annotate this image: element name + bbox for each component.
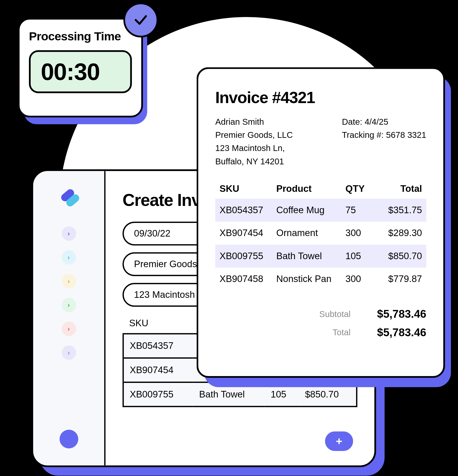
invoice-tracking: Tracking #: 5678 3321 (342, 129, 426, 142)
table-row: XB054357Coffee Mug75$351.75 (215, 199, 426, 222)
processing-time-value: 00:30 (41, 58, 120, 86)
processing-time-box: 00:30 (29, 50, 132, 93)
customer-address1: 123 Macintosh Ln, (215, 142, 293, 155)
sidebar-nav-item-0[interactable]: › (62, 226, 76, 241)
col-product: Product (272, 179, 341, 199)
cell-product: Bath Towel (272, 245, 341, 268)
cell-sku: XB009755 (123, 382, 193, 406)
col-sku: SKU (123, 314, 193, 334)
invoice-table: SKU Product QTY Total XB054357Coffee Mug… (215, 179, 426, 291)
customer-address2: Buffalo, NY 14201 (215, 155, 293, 168)
check-icon (133, 12, 149, 28)
processing-time-card: Processing Time 00:30 (18, 18, 143, 118)
cell-sku: XB907454 (215, 222, 272, 245)
col-qty: QTY (341, 179, 375, 199)
sidebar-nav-item-4[interactable]: › (62, 322, 76, 336)
subtotal-label: Subtotal (319, 309, 351, 319)
sidebar-nav-item-1[interactable]: › (62, 250, 76, 265)
sidebar-profile-dot[interactable] (59, 430, 78, 449)
chevron-right-icon: › (68, 277, 70, 285)
sidebar-nav-item-2[interactable]: › (62, 274, 76, 289)
cell-qty: 75 (341, 199, 375, 222)
chevron-right-icon: › (68, 349, 70, 357)
plus-icon: + (336, 435, 342, 448)
cell-qty: 105 (341, 245, 375, 268)
cell-qty: 300 (341, 268, 375, 291)
cell-product: Nonstick Pan (272, 268, 341, 291)
invoice-totals: Subtotal $5,783.46 Total $5,783.46 (215, 308, 426, 339)
total-value: $5,783.46 (362, 326, 426, 339)
cell-total: $779.87 (375, 268, 426, 291)
cell-total: $351.75 (375, 199, 426, 222)
cell-qty: 300 (341, 222, 375, 245)
chevron-right-icon: › (68, 301, 70, 309)
chevron-right-icon: › (68, 325, 70, 333)
cell-sku: XB907454 (123, 358, 193, 382)
cell-total: $289.30 (375, 222, 426, 245)
invoice-meta: Date: 4/4/25 Tracking #: 5678 3321 (342, 115, 426, 168)
app-logo-icon (59, 188, 78, 207)
cell-product: Coffee Mug (272, 199, 341, 222)
table-row: XB907454Ornament300$289.30 (215, 222, 426, 245)
customer-company: Premier Goods, LLC (215, 129, 293, 142)
invoice-title: Invoice #4321 (215, 88, 426, 107)
processing-title: Processing Time (29, 30, 132, 44)
chevron-right-icon: › (68, 254, 70, 261)
add-line-button[interactable]: + (325, 432, 353, 451)
cell-product: Ornament (272, 222, 341, 245)
cell-sku: XB054357 (215, 199, 272, 222)
chevron-right-icon: › (68, 230, 70, 238)
invoice-card: Invoice #4321 Adrian Smith Premier Goods… (197, 67, 445, 378)
sidebar: ›››››› (33, 171, 106, 466)
sidebar-nav-item-5[interactable]: › (62, 345, 76, 360)
total-label: Total (333, 328, 351, 337)
invoice-customer: Adrian Smith Premier Goods, LLC 123 Maci… (215, 115, 293, 168)
status-check-badge (123, 3, 159, 38)
cell-sku: XB907458 (215, 268, 272, 291)
col-total: Total (375, 179, 426, 199)
subtotal-value: $5,783.46 (362, 308, 426, 321)
table-row: XB009755Bath Towel105$850.70 (215, 245, 426, 268)
sidebar-nav-item-3[interactable]: › (62, 298, 76, 312)
cell-sku: XB054357 (123, 334, 193, 358)
customer-name: Adrian Smith (215, 115, 293, 128)
invoice-date: Date: 4/4/25 (342, 115, 426, 128)
col-sku: SKU (215, 179, 272, 199)
cell-sku: XB009755 (215, 245, 272, 268)
cell-total: $850.70 (375, 245, 426, 268)
table-row: XB907458Nonstick Pan300$779.87 (215, 268, 426, 291)
